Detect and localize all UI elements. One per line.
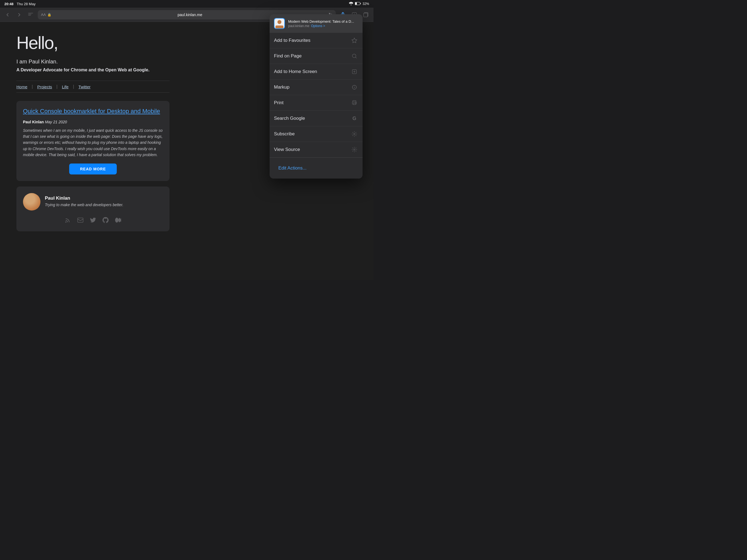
status-bar: 20:48 Thu 28 May 32% bbox=[0, 0, 374, 8]
share-options-link[interactable]: Options > bbox=[311, 24, 325, 28]
author-avatar bbox=[23, 193, 41, 210]
nav-projects[interactable]: Projects bbox=[37, 84, 52, 89]
menu-item-find-on-page[interactable]: Find on Page bbox=[269, 48, 363, 64]
share-page-title: Modern Web Development: Tales of a D... bbox=[288, 19, 358, 24]
menu-item-label-print: Print bbox=[274, 100, 284, 105]
status-icons: 32% bbox=[349, 2, 369, 6]
svg-rect-9 bbox=[78, 218, 83, 222]
read-more-button[interactable]: READ MORE bbox=[69, 163, 117, 175]
plus-box-icon bbox=[351, 68, 358, 75]
subscribe-icon bbox=[351, 130, 358, 138]
page-author-name: I am Paul Kinlan. bbox=[17, 58, 170, 65]
edit-actions-label[interactable]: Edit Actions... bbox=[274, 161, 311, 175]
battery-percent: 32% bbox=[363, 2, 369, 6]
markup-icon bbox=[351, 83, 358, 91]
menu-item-label-subscribe: Subscribe bbox=[274, 131, 295, 137]
medium-icon[interactable] bbox=[115, 217, 121, 225]
status-date: Thu 28 May bbox=[17, 2, 35, 6]
svg-rect-7 bbox=[364, 13, 367, 17]
svg-point-10 bbox=[115, 218, 119, 223]
print-icon bbox=[351, 99, 358, 107]
share-site-info: Modern Web Development: Tales of a D... … bbox=[288, 19, 358, 28]
search-icon bbox=[351, 52, 358, 60]
forward-button[interactable] bbox=[15, 10, 24, 19]
svg-point-20 bbox=[354, 87, 355, 87]
svg-point-11 bbox=[119, 218, 120, 222]
svg-point-25 bbox=[354, 133, 355, 135]
svg-rect-2 bbox=[355, 2, 357, 5]
page-greeting: Hello, bbox=[17, 33, 170, 53]
svg-marker-16 bbox=[352, 38, 357, 43]
aa-text: AA bbox=[41, 12, 46, 17]
lock-icon: 🔒 bbox=[47, 13, 51, 17]
share-header: Modern Web Development: Tales of a D... … bbox=[269, 14, 363, 33]
svg-rect-23 bbox=[353, 103, 356, 105]
svg-point-26 bbox=[354, 149, 355, 150]
wifi-icon bbox=[349, 2, 353, 6]
menu-item-label-favourites: Add to Favourites bbox=[274, 38, 310, 43]
rss-icon[interactable] bbox=[65, 217, 71, 225]
nav-home[interactable]: Home bbox=[17, 84, 27, 89]
view-source-icon bbox=[351, 146, 358, 153]
menu-item-label-source: View Source bbox=[274, 147, 300, 152]
menu-item-label-google: Search Google bbox=[274, 116, 305, 121]
svg-point-0 bbox=[351, 4, 351, 5]
article-card: Quick Console bookmarklet for Desktop an… bbox=[17, 101, 170, 181]
menu-item-subscribe[interactable]: Subscribe bbox=[269, 126, 363, 142]
main-content: Hello, I am Paul Kinlan. A Developer Adv… bbox=[0, 22, 374, 280]
google-icon: G bbox=[351, 114, 358, 122]
menu-item-label-find: Find on Page bbox=[274, 53, 302, 59]
svg-point-8 bbox=[66, 222, 67, 223]
author-card: Paul Kinlan Trying to make the web and d… bbox=[17, 186, 170, 231]
svg-rect-3 bbox=[360, 3, 361, 4]
svg-rect-21 bbox=[353, 101, 356, 102]
battery-icon bbox=[355, 2, 361, 6]
share-url: paul.kinlan.me bbox=[288, 24, 309, 28]
menu-item-label-markup: Markup bbox=[274, 84, 289, 90]
nav-twitter[interactable]: Twitter bbox=[78, 84, 91, 89]
twitter-icon[interactable] bbox=[90, 217, 96, 225]
svg-point-14 bbox=[278, 20, 281, 24]
menu-item-add-home-screen[interactable]: Add to Home Screen bbox=[269, 64, 363, 80]
share-favicon bbox=[274, 18, 285, 29]
menu-item-add-favourites[interactable]: Add to Favourites bbox=[269, 33, 363, 48]
share-sheet: Modern Web Development: Tales of a D... … bbox=[269, 14, 363, 179]
back-button[interactable] bbox=[3, 10, 12, 19]
svg-rect-15 bbox=[276, 25, 284, 28]
author-bio: Trying to make the web and developers be… bbox=[45, 203, 123, 207]
star-icon bbox=[351, 36, 358, 44]
article-title[interactable]: Quick Console bookmarklet for Desktop an… bbox=[23, 107, 163, 116]
page-tagline: A Developer Advocate for Chrome and the … bbox=[17, 68, 170, 73]
tabs-button[interactable] bbox=[361, 10, 370, 19]
page-nav: Home | Projects | Life | Twitter bbox=[17, 81, 170, 93]
article-body: Sometimes when I am on my mobile, I just… bbox=[23, 127, 163, 158]
article-meta: Paul Kinlan May 21 2020 bbox=[23, 120, 163, 124]
menu-item-markup[interactable]: Markup bbox=[269, 80, 363, 95]
menu-item-edit-actions[interactable]: Edit Actions... bbox=[269, 157, 363, 179]
menu-item-print[interactable]: Print bbox=[269, 95, 363, 111]
nav-life[interactable]: Life bbox=[62, 84, 69, 89]
menu-item-label-home: Add to Home Screen bbox=[274, 69, 317, 74]
bookmarks-button[interactable] bbox=[26, 10, 35, 19]
social-icons bbox=[65, 217, 121, 225]
menu-item-search-google[interactable]: Search Google G bbox=[269, 111, 363, 126]
github-icon[interactable] bbox=[103, 217, 108, 225]
article-author: Paul Kinlan bbox=[23, 120, 44, 124]
article-date-val: May 21 2020 bbox=[45, 120, 67, 124]
webpage-inner: Hello, I am Paul Kinlan. A Developer Adv… bbox=[0, 22, 186, 242]
svg-point-24 bbox=[356, 103, 356, 103]
menu-item-view-source[interactable]: View Source bbox=[269, 142, 363, 157]
svg-point-12 bbox=[120, 218, 121, 222]
email-icon[interactable] bbox=[77, 217, 83, 225]
status-time: 20:48 bbox=[4, 2, 14, 6]
author-name: Paul Kinlan bbox=[45, 196, 123, 201]
